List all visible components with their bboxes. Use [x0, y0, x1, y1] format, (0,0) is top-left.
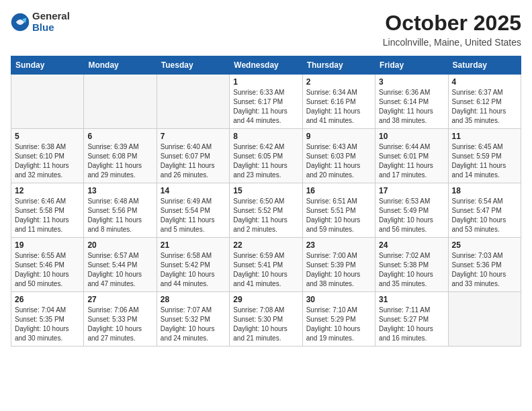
day-number: 4: [452, 77, 517, 87]
calendar-cell: 9Sunrise: 6:43 AM Sunset: 6:03 PM Daylig…: [302, 129, 375, 183]
day-info: Sunrise: 6:34 AM Sunset: 6:16 PM Dayligh…: [306, 88, 371, 126]
calendar-cell: 19Sunrise: 6:55 AM Sunset: 5:46 PM Dayli…: [11, 238, 84, 292]
day-number: 7: [161, 132, 226, 141]
day-info: Sunrise: 6:42 AM Sunset: 6:05 PM Dayligh…: [233, 142, 298, 180]
day-info: Sunrise: 7:04 AM Sunset: 5:35 PM Dayligh…: [15, 306, 80, 343]
calendar-cell: 21Sunrise: 6:58 AM Sunset: 5:42 PM Dayli…: [157, 238, 229, 292]
calendar-cell: 5Sunrise: 6:38 AM Sunset: 6:10 PM Daylig…: [11, 129, 84, 183]
day-info: Sunrise: 6:57 AM Sunset: 5:44 PM Dayligh…: [87, 251, 152, 289]
logo-blue: Blue: [32, 22, 70, 34]
day-number: 31: [379, 295, 444, 304]
calendar-cell: 2Sunrise: 6:34 AM Sunset: 6:16 PM Daylig…: [302, 75, 375, 129]
day-number: 11: [452, 132, 517, 141]
day-info: Sunrise: 6:49 AM Sunset: 5:54 PM Dayligh…: [161, 197, 226, 234]
day-number: 17: [379, 186, 444, 195]
day-info: Sunrise: 7:06 AM Sunset: 5:33 PM Dayligh…: [87, 306, 152, 343]
day-info: Sunrise: 7:02 AM Sunset: 5:38 PM Dayligh…: [379, 251, 444, 289]
calendar-cell: 10Sunrise: 6:44 AM Sunset: 6:01 PM Dayli…: [375, 129, 448, 183]
day-number: 18: [452, 186, 517, 195]
day-number: 26: [15, 295, 80, 304]
day-number: 25: [452, 240, 517, 250]
calendar-cell: 18Sunrise: 6:54 AM Sunset: 5:47 PM Dayli…: [448, 183, 521, 238]
day-info: Sunrise: 6:59 AM Sunset: 5:41 PM Dayligh…: [233, 251, 298, 289]
day-info: Sunrise: 6:54 AM Sunset: 5:47 PM Dayligh…: [452, 197, 517, 234]
week-row-4: 19Sunrise: 6:55 AM Sunset: 5:46 PM Dayli…: [11, 238, 521, 292]
calendar-cell: 24Sunrise: 7:02 AM Sunset: 5:38 PM Dayli…: [375, 238, 448, 292]
calendar-cell: 30Sunrise: 7:10 AM Sunset: 5:29 PM Dayli…: [302, 292, 375, 347]
logo-general: General: [32, 11, 70, 22]
calendar-cell: 20Sunrise: 6:57 AM Sunset: 5:44 PM Dayli…: [84, 238, 157, 292]
week-row-5: 26Sunrise: 7:04 AM Sunset: 5:35 PM Dayli…: [11, 292, 521, 347]
calendar-cell: 3Sunrise: 6:36 AM Sunset: 6:14 PM Daylig…: [375, 75, 448, 129]
day-info: Sunrise: 7:07 AM Sunset: 5:32 PM Dayligh…: [161, 306, 226, 343]
day-info: Sunrise: 6:36 AM Sunset: 6:14 PM Dayligh…: [379, 88, 444, 126]
day-number: 23: [306, 240, 371, 250]
day-number: 19: [15, 240, 80, 250]
calendar-cell: 23Sunrise: 7:00 AM Sunset: 5:39 PM Dayli…: [302, 238, 375, 292]
calendar-cell: 28Sunrise: 7:07 AM Sunset: 5:32 PM Dayli…: [157, 292, 229, 347]
day-number: 10: [379, 132, 444, 141]
day-info: Sunrise: 6:38 AM Sunset: 6:10 PM Dayligh…: [15, 142, 80, 180]
day-number: 5: [15, 132, 80, 141]
day-number: 14: [161, 186, 226, 195]
day-info: Sunrise: 6:50 AM Sunset: 5:52 PM Dayligh…: [233, 197, 298, 234]
title-area: October 2025 Lincolnville, Maine, United…: [383, 11, 521, 48]
calendar-cell: 17Sunrise: 6:53 AM Sunset: 5:49 PM Dayli…: [375, 183, 448, 238]
day-info: Sunrise: 6:44 AM Sunset: 6:01 PM Dayligh…: [379, 142, 444, 180]
logo: General Blue: [11, 11, 70, 33]
calendar-cell: 31Sunrise: 7:11 AM Sunset: 5:27 PM Dayli…: [375, 292, 448, 347]
day-info: Sunrise: 6:53 AM Sunset: 5:49 PM Dayligh…: [379, 197, 444, 234]
day-info: Sunrise: 6:40 AM Sunset: 6:07 PM Dayligh…: [161, 142, 226, 180]
day-number: 8: [233, 132, 298, 141]
day-number: 29: [233, 295, 298, 304]
calendar-cell: [448, 292, 521, 347]
day-number: 6: [87, 132, 152, 141]
calendar-cell: 29Sunrise: 7:08 AM Sunset: 5:30 PM Dayli…: [230, 292, 302, 347]
calendar-cell: 15Sunrise: 6:50 AM Sunset: 5:52 PM Dayli…: [230, 183, 302, 238]
calendar-cell: [84, 75, 157, 129]
day-info: Sunrise: 7:10 AM Sunset: 5:29 PM Dayligh…: [306, 306, 371, 343]
day-number: 1: [233, 77, 298, 87]
weekday-header-monday: Monday: [84, 56, 157, 75]
day-info: Sunrise: 7:00 AM Sunset: 5:39 PM Dayligh…: [306, 251, 371, 289]
day-number: 9: [306, 132, 371, 141]
day-info: Sunrise: 6:55 AM Sunset: 5:46 PM Dayligh…: [15, 251, 80, 289]
day-number: 22: [233, 240, 298, 250]
calendar-cell: 8Sunrise: 6:42 AM Sunset: 6:05 PM Daylig…: [230, 129, 302, 183]
day-number: 24: [379, 240, 444, 250]
calendar-cell: 26Sunrise: 7:04 AM Sunset: 5:35 PM Dayli…: [11, 292, 84, 347]
day-number: 15: [233, 186, 298, 195]
calendar-cell: 13Sunrise: 6:48 AM Sunset: 5:56 PM Dayli…: [84, 183, 157, 238]
calendar-cell: 6Sunrise: 6:39 AM Sunset: 6:08 PM Daylig…: [84, 129, 157, 183]
calendar-cell: 16Sunrise: 6:51 AM Sunset: 5:51 PM Dayli…: [302, 183, 375, 238]
day-number: 28: [161, 295, 226, 304]
weekday-header-thursday: Thursday: [302, 56, 375, 75]
weekday-header-row: SundayMondayTuesdayWednesdayThursdayFrid…: [11, 56, 521, 75]
calendar-cell: 14Sunrise: 6:49 AM Sunset: 5:54 PM Dayli…: [157, 183, 229, 238]
weekday-header-sunday: Sunday: [11, 56, 84, 75]
weekday-header-wednesday: Wednesday: [230, 56, 302, 75]
day-number: 16: [306, 186, 371, 195]
calendar-cell: 25Sunrise: 7:03 AM Sunset: 5:36 PM Dayli…: [448, 238, 521, 292]
calendar-table: SundayMondayTuesdayWednesdayThursdayFrid…: [11, 56, 521, 347]
calendar-cell: 12Sunrise: 6:46 AM Sunset: 5:58 PM Dayli…: [11, 183, 84, 238]
day-number: 30: [306, 295, 371, 304]
calendar-cell: 27Sunrise: 7:06 AM Sunset: 5:33 PM Dayli…: [84, 292, 157, 347]
calendar-cell: 1Sunrise: 6:33 AM Sunset: 6:17 PM Daylig…: [230, 75, 302, 129]
weekday-header-tuesday: Tuesday: [157, 56, 229, 75]
day-info: Sunrise: 6:37 AM Sunset: 6:12 PM Dayligh…: [452, 88, 517, 126]
day-number: 20: [87, 240, 152, 250]
day-number: 12: [15, 186, 80, 195]
calendar-cell: 11Sunrise: 6:45 AM Sunset: 5:59 PM Dayli…: [448, 129, 521, 183]
day-number: 2: [306, 77, 371, 87]
day-info: Sunrise: 6:45 AM Sunset: 5:59 PM Dayligh…: [452, 142, 517, 180]
day-info: Sunrise: 7:08 AM Sunset: 5:30 PM Dayligh…: [233, 306, 298, 343]
day-number: 21: [161, 240, 226, 250]
day-info: Sunrise: 6:33 AM Sunset: 6:17 PM Dayligh…: [233, 88, 298, 126]
day-number: 13: [87, 186, 152, 195]
weekday-header-friday: Friday: [375, 56, 448, 75]
day-info: Sunrise: 6:58 AM Sunset: 5:42 PM Dayligh…: [161, 251, 226, 289]
day-info: Sunrise: 6:48 AM Sunset: 5:56 PM Dayligh…: [87, 197, 152, 234]
day-info: Sunrise: 7:11 AM Sunset: 5:27 PM Dayligh…: [379, 306, 444, 343]
day-info: Sunrise: 6:46 AM Sunset: 5:58 PM Dayligh…: [15, 197, 80, 234]
